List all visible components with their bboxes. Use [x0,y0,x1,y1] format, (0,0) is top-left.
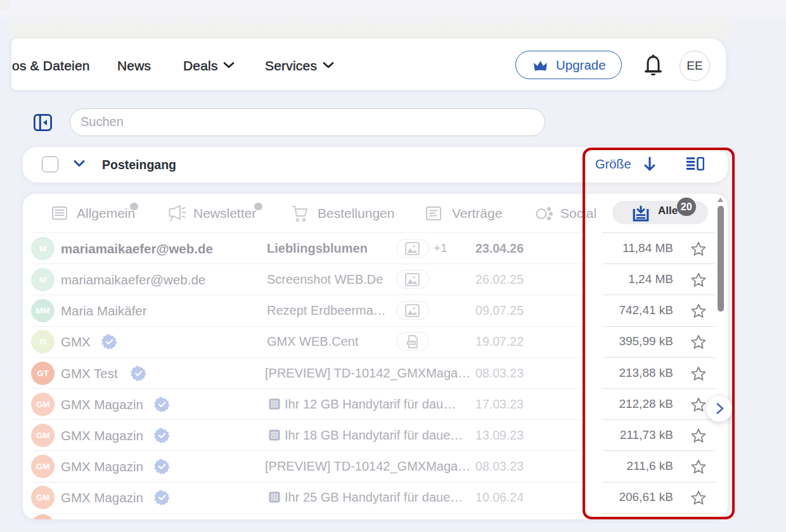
svg-text:PDF: PDF [408,341,416,345]
